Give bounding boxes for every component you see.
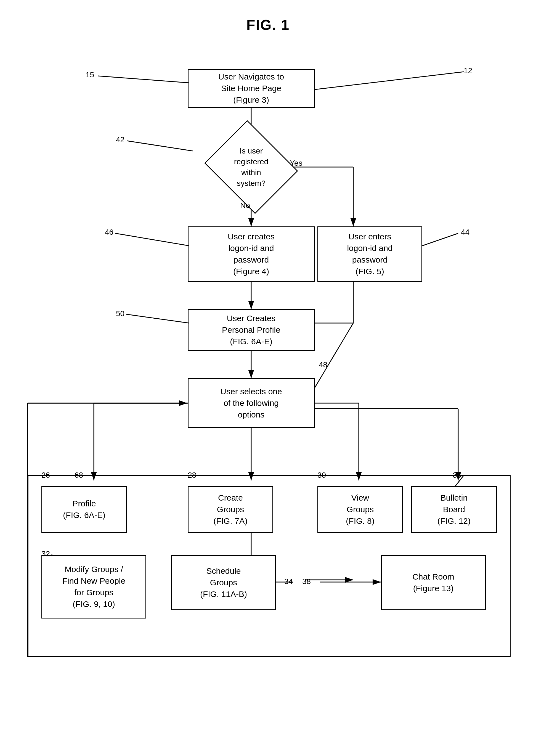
label-32: 32: [41, 549, 50, 558]
label-68: 68: [75, 471, 83, 480]
box-enter-logon: User enterslogon-id andpassword(FIG. 5): [318, 226, 422, 282]
label-30: 30: [318, 471, 326, 480]
box-select-options-text: User selects oneof the followingoptions: [220, 386, 282, 421]
flowchart: 12 User Navigates toSite Home Page(Figur…: [0, 44, 536, 756]
label-42: 42: [116, 135, 124, 144]
label36-line: [0, 44, 536, 527]
yes-label: Yes: [290, 159, 303, 168]
svg-line-23: [127, 141, 193, 155]
box-navigate: User Navigates toSite Home Page(Figure 3…: [188, 69, 315, 108]
no-label: No: [240, 201, 250, 210]
figure-title: FIG. 1: [0, 0, 536, 44]
label42-line: [0, 44, 193, 168]
label15-line: [0, 44, 193, 105]
label-46: 46: [105, 228, 114, 237]
box-view-groups: ViewGroups(FIG. 8): [318, 486, 403, 533]
box-bulletin-board: BulletinBoard(FIG. 12): [411, 486, 497, 533]
svg-line-21: [290, 72, 464, 92]
box-schedule-groups: ScheduleGroups(FIG. 11A-B): [171, 555, 276, 610]
box-select-options: User selects oneof the followingoptions: [188, 378, 315, 428]
box-modify-groups-text: Modify Groups /Find New Peoplefor Groups…: [62, 564, 125, 610]
label-38: 38: [302, 577, 311, 586]
svg-line-26: [126, 314, 189, 323]
label50-line: [0, 44, 193, 375]
box-chat-room-text: Chat Room(Figure 13): [412, 571, 454, 594]
box-chat-room: Chat Room(Figure 13): [381, 555, 486, 610]
page: FIG. 1: [0, 0, 536, 756]
label46-line: [0, 44, 193, 293]
label-36: 36: [452, 471, 461, 480]
svg-line-25: [422, 233, 458, 246]
box-personal-profile-text: User CreatesPersonal Profile(FIG. 6A-E): [222, 313, 281, 347]
label-44: 44: [461, 228, 469, 237]
diamond-text: Is userregisteredwithinsystem?: [223, 146, 279, 189]
box-profile-text: Profile(FIG. 6A-E): [63, 498, 105, 521]
label-12: 12: [464, 66, 472, 75]
svg-line-22: [98, 76, 189, 83]
box-bulletin-board-text: BulletinBoard(FIG. 12): [437, 492, 471, 527]
box-enter-logon-text: User enterslogon-id andpassword(FIG. 5): [347, 231, 392, 277]
box-profile: Profile(FIG. 6A-E): [41, 486, 127, 533]
box-create-groups: CreateGroups(FIG. 7A): [188, 486, 273, 533]
box-create-logon-text: User createslogon-id andpassword(Figure …: [228, 231, 275, 277]
box-schedule-groups-text: ScheduleGroups(FIG. 11A-B): [200, 565, 247, 600]
box-navigate-text: User Navigates toSite Home Page(Figure 3…: [218, 71, 284, 106]
box-modify-groups: Modify Groups /Find New Peoplefor Groups…: [41, 555, 146, 618]
label-48: 48: [319, 360, 327, 369]
box-create-logon: User createslogon-id andpassword(Figure …: [188, 226, 315, 282]
box-view-groups-text: ViewGroups(FIG. 8): [346, 492, 374, 527]
label-15: 15: [85, 70, 94, 79]
label-26: 26: [41, 471, 50, 480]
box-personal-profile: User CreatesPersonal Profile(FIG. 6A-E): [188, 309, 315, 351]
box-create-groups-text: CreateGroups(FIG. 7A): [213, 492, 247, 527]
svg-line-24: [116, 233, 189, 246]
label-50: 50: [116, 309, 124, 318]
label-28: 28: [188, 471, 196, 480]
label-34: 34: [284, 577, 293, 586]
diamond-registered: Is userregisteredwithinsystem?: [215, 135, 287, 199]
